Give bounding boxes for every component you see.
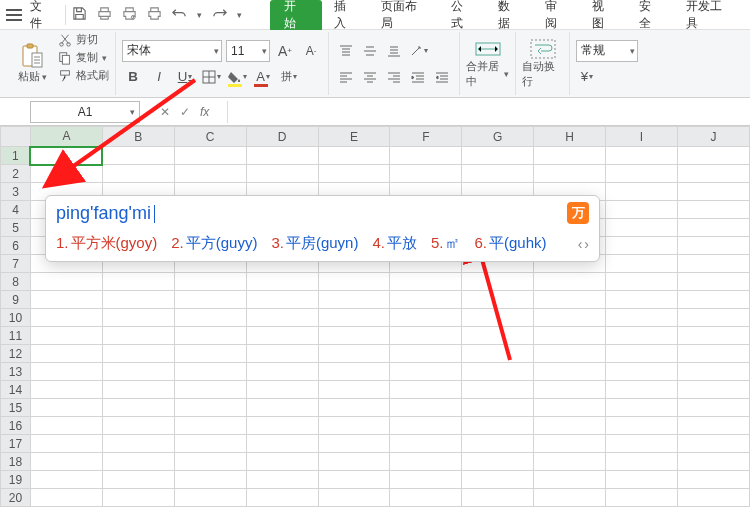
cell[interactable] xyxy=(606,309,678,327)
cell[interactable] xyxy=(174,417,246,435)
ime-next-page-icon[interactable]: › xyxy=(584,236,589,252)
cell[interactable] xyxy=(606,363,678,381)
cell[interactable] xyxy=(462,471,534,489)
cell[interactable] xyxy=(677,327,749,345)
cell[interactable] xyxy=(606,147,678,165)
row-header[interactable]: 18 xyxy=(1,453,31,471)
cell[interactable] xyxy=(318,489,390,507)
col-header-E[interactable]: E xyxy=(318,127,390,147)
cell[interactable] xyxy=(606,345,678,363)
cell[interactable] xyxy=(606,381,678,399)
cell[interactable] xyxy=(246,309,318,327)
font-color-button[interactable]: A▾ xyxy=(252,66,274,88)
cell[interactable] xyxy=(30,273,102,291)
cell[interactable] xyxy=(390,453,462,471)
cell[interactable] xyxy=(606,471,678,489)
col-header-G[interactable]: G xyxy=(462,127,534,147)
cell[interactable] xyxy=(174,165,246,183)
cell[interactable] xyxy=(102,417,174,435)
cell[interactable] xyxy=(677,147,749,165)
cell[interactable] xyxy=(102,345,174,363)
wrap-label[interactable]: 自动换行 xyxy=(522,60,555,87)
cell[interactable] xyxy=(390,399,462,417)
cell[interactable] xyxy=(390,147,462,165)
cell[interactable] xyxy=(30,489,102,507)
select-all-corner[interactable] xyxy=(1,127,31,147)
cell[interactable] xyxy=(102,273,174,291)
tab-home[interactable]: 开始 xyxy=(270,0,321,30)
cell[interactable] xyxy=(30,471,102,489)
merge-icon[interactable] xyxy=(475,39,501,59)
formula-input[interactable] xyxy=(227,101,750,123)
cell[interactable] xyxy=(30,453,102,471)
cell[interactable] xyxy=(462,399,534,417)
cell[interactable] xyxy=(318,345,390,363)
cell[interactable] xyxy=(318,399,390,417)
cell[interactable] xyxy=(30,165,102,183)
cell[interactable] xyxy=(534,435,606,453)
cell[interactable] xyxy=(174,453,246,471)
cell[interactable] xyxy=(606,417,678,435)
col-header-C[interactable]: C xyxy=(174,127,246,147)
cell[interactable] xyxy=(30,435,102,453)
cell[interactable] xyxy=(318,309,390,327)
cell[interactable] xyxy=(534,381,606,399)
cell[interactable] xyxy=(390,363,462,381)
row-header[interactable]: 12 xyxy=(1,345,31,363)
col-header-H[interactable]: H xyxy=(534,127,606,147)
cell[interactable] xyxy=(677,165,749,183)
redo-dropdown-icon[interactable]: ▾ xyxy=(237,10,242,20)
currency-icon[interactable]: ¥▾ xyxy=(576,66,598,88)
ime-prev-page-icon[interactable]: ‹ xyxy=(578,236,583,252)
merge-label[interactable]: 合并居中 xyxy=(466,59,502,89)
cell[interactable] xyxy=(174,345,246,363)
cell[interactable] xyxy=(30,309,102,327)
cut-button[interactable]: 剪切 xyxy=(58,32,109,47)
cell[interactable] xyxy=(677,435,749,453)
cell[interactable] xyxy=(534,345,606,363)
cell[interactable] xyxy=(606,291,678,309)
row-header[interactable]: 14 xyxy=(1,381,31,399)
cell[interactable] xyxy=(246,381,318,399)
cell[interactable] xyxy=(677,417,749,435)
hamburger-icon[interactable] xyxy=(6,14,22,16)
cell[interactable] xyxy=(462,291,534,309)
paste-label[interactable]: 粘贴 xyxy=(18,69,40,84)
row-header[interactable]: 4 xyxy=(1,201,31,219)
ime-candidate-2[interactable]: 2.平方(guyy) xyxy=(171,234,257,253)
cell[interactable] xyxy=(462,165,534,183)
row-header[interactable]: 7 xyxy=(1,255,31,273)
align-top-icon[interactable] xyxy=(335,40,357,62)
cell[interactable] xyxy=(677,309,749,327)
cell[interactable] xyxy=(174,291,246,309)
cell[interactable] xyxy=(390,309,462,327)
align-right-icon[interactable] xyxy=(383,66,405,88)
format-painter-button[interactable]: 格式刷 xyxy=(58,68,109,83)
cell[interactable] xyxy=(390,489,462,507)
cell[interactable] xyxy=(246,345,318,363)
row-header[interactable]: 10 xyxy=(1,309,31,327)
cell[interactable] xyxy=(606,255,678,273)
cell[interactable] xyxy=(318,273,390,291)
row-header[interactable]: 19 xyxy=(1,471,31,489)
increase-font-icon[interactable]: A+ xyxy=(274,40,296,62)
cell[interactable] xyxy=(677,273,749,291)
cell[interactable] xyxy=(462,453,534,471)
fill-color-button[interactable]: ▾ xyxy=(226,66,248,88)
italic-button[interactable]: I xyxy=(148,66,170,88)
cell[interactable] xyxy=(534,363,606,381)
print-icon[interactable] xyxy=(97,6,112,24)
cell[interactable] xyxy=(174,363,246,381)
cell[interactable] xyxy=(606,273,678,291)
col-header-A[interactable]: A xyxy=(30,127,102,147)
col-header-D[interactable]: D xyxy=(246,127,318,147)
cell[interactable] xyxy=(534,291,606,309)
cell[interactable] xyxy=(534,399,606,417)
row-header[interactable]: 2 xyxy=(1,165,31,183)
ime-candidate-3[interactable]: 3.平房(guyn) xyxy=(271,234,358,253)
cell[interactable] xyxy=(102,435,174,453)
cell[interactable] xyxy=(462,327,534,345)
cell[interactable] xyxy=(246,417,318,435)
fx-icon[interactable]: fx xyxy=(200,105,209,119)
cell[interactable] xyxy=(462,147,534,165)
